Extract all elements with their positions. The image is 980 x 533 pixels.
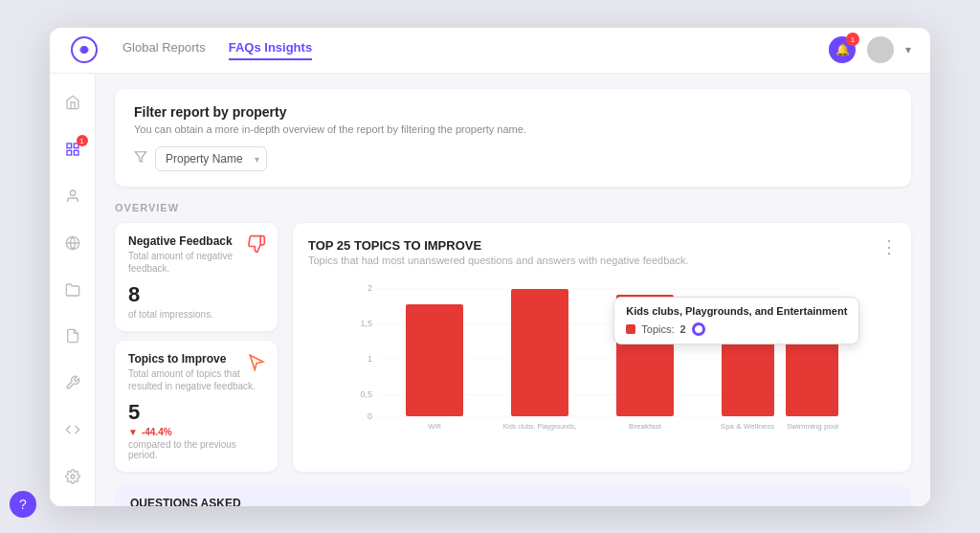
sidebar-item-file[interactable] [57, 322, 88, 350]
tooltip-dot-icon [692, 322, 705, 336]
sidebar-item-folder[interactable] [57, 276, 88, 303]
tooltip-topic-value: 2 [680, 323, 686, 335]
filter-row: Property Name [134, 146, 892, 171]
svg-rect-5 [67, 150, 72, 155]
filter-description: You can obtain a more in-depth overview … [134, 123, 892, 135]
svg-rect-2 [67, 144, 72, 148]
negative-feedback-desc: Total amount of negative feedback. [128, 250, 264, 275]
tooltip-row: Topics: 2 [626, 322, 847, 336]
topics-to-improve-sub: compared to the previous period. [128, 439, 264, 460]
sidebar-item-home[interactable] [57, 89, 88, 117]
topics-to-improve-value: 5 [128, 400, 264, 425]
overview-section: OVERVIEW Negative Feedback Total amount … [115, 202, 911, 472]
svg-text:0,5: 0,5 [360, 389, 372, 399]
svg-text:Breakfast: Breakfast [629, 422, 662, 431]
svg-point-6 [70, 190, 75, 195]
chart-panel: TOP 25 TOPICS TO IMPROVE Topics that had… [293, 223, 911, 472]
sidebar: 1 ? [50, 74, 96, 506]
down-arrow-icon: ▼ [128, 427, 138, 437]
nav-tabs: Global Reports FAQs Insights [122, 40, 829, 60]
svg-point-1 [80, 46, 88, 54]
filter-box: Filter report by property You can obtain… [115, 89, 911, 187]
property-filter-wrap: Property Name [155, 146, 267, 171]
sidebar-item-users[interactable] [57, 182, 88, 210]
svg-text:Wifi: Wifi [428, 422, 441, 431]
avatar[interactable] [867, 36, 894, 63]
chart-title: TOP 25 TOPICS TO IMPROVE [308, 238, 896, 253]
overview-grid: Negative Feedback Total amount of negati… [115, 223, 911, 472]
filter-title: Filter report by property [134, 104, 892, 120]
sidebar-item-globe[interactable] [57, 229, 88, 256]
notification-badge: 1 [846, 33, 859, 46]
topics-to-improve-title: Topics to Improve [128, 352, 264, 366]
negative-feedback-sub: of total impressions. [128, 309, 264, 320]
svg-text:2: 2 [368, 283, 372, 293]
svg-rect-4 [74, 150, 78, 155]
svg-text:Kids clubs, Playgrounds,: Kids clubs, Playgrounds, [503, 423, 577, 431]
tooltip-title: Kids clubs, Playgrounds, and Entertainme… [626, 305, 847, 317]
chevron-down-icon[interactable]: ▾ [905, 43, 911, 56]
chart-tooltip: Kids clubs, Playgrounds, and Entertainme… [613, 297, 859, 344]
sidebar-item-reports[interactable]: 1 [57, 135, 88, 163]
topics-to-improve-desc: Total amount of topics that resulted in … [128, 367, 264, 392]
overview-label: OVERVIEW [115, 202, 911, 213]
negative-feedback-title: Negative Feedback [128, 234, 264, 248]
sidebar-item-code[interactable] [57, 416, 88, 444]
chart-description: Topics that had most unanswered question… [308, 255, 896, 266]
content-area: Filter report by property You can obtain… [96, 74, 930, 506]
svg-text:1: 1 [368, 354, 372, 364]
negative-feedback-value: 8 [128, 282, 264, 307]
tooltip-topic-label: Topics: [641, 323, 674, 335]
svg-text:Swimming pool: Swimming pool [787, 422, 838, 431]
property-name-select[interactable]: Property Name [155, 146, 267, 171]
overview-cards: Negative Feedback Total amount of negati… [115, 223, 278, 472]
svg-point-9 [71, 475, 75, 478]
questions-asked-section: QUESTIONS ASKED Here you will find an ov… [115, 485, 911, 506]
questions-asked-title: QUESTIONS ASKED [130, 497, 896, 506]
svg-text:Spa & Wellness: Spa & Wellness [721, 422, 774, 431]
logo [69, 34, 100, 65]
filter-icon [134, 150, 147, 167]
topics-to-improve-card: Topics to Improve Total amount of topics… [115, 341, 278, 472]
nav-right: 🔔 1 ▾ [829, 36, 911, 63]
sidebar-badge: 1 [77, 135, 88, 146]
main-layout: 1 ? [50, 74, 930, 506]
svg-rect-23 [511, 289, 568, 416]
notification-icon[interactable]: 🔔 1 [829, 36, 856, 63]
svg-text:0: 0 [368, 411, 372, 421]
sidebar-item-settings[interactable] [57, 463, 88, 491]
thumbs-down-icon [247, 234, 266, 258]
topics-change: ▼ -44.4% [128, 427, 264, 437]
negative-feedback-card: Negative Feedback Total amount of negati… [115, 223, 278, 331]
tab-faqs-insights[interactable]: FAQs Insights [229, 40, 312, 60]
chart-menu-icon[interactable]: ⋮ [880, 236, 898, 257]
svg-rect-21 [406, 304, 463, 416]
svg-text:1,5: 1,5 [360, 319, 372, 328]
cursor-icon [247, 352, 266, 376]
chart-area: 2 1,5 1 0,5 0 [308, 278, 896, 431]
legend-color [626, 324, 635, 334]
sidebar-item-tool[interactable] [57, 369, 88, 397]
tab-global-reports[interactable]: Global Reports [122, 40, 206, 60]
svg-marker-10 [135, 152, 146, 163]
top-nav: Global Reports FAQs Insights 🔔 1 ▾ [50, 28, 930, 74]
